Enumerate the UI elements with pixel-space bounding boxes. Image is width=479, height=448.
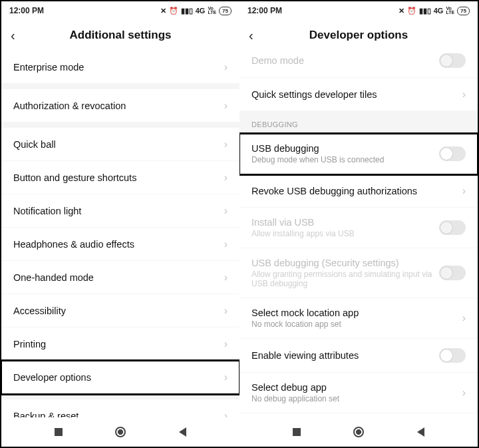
nav-back[interactable] (417, 427, 424, 437)
back-button[interactable]: ‹ (249, 28, 266, 43)
row-text: USB debugging (Security settings)Allow g… (251, 258, 434, 288)
row-label: Enterprise mode (13, 62, 219, 73)
toggle-demo-mode (439, 53, 466, 68)
row-usb-debugging-security-settings: USB debugging (Security settings)Allow g… (240, 248, 478, 298)
row-subtitle: No mock location app set (251, 320, 457, 329)
row-text: Button and gesture shortcuts (13, 172, 219, 183)
network-label: 4G (196, 7, 206, 15)
chevron-right-icon: › (462, 89, 466, 101)
chevron-right-icon: › (462, 185, 466, 197)
row-demo-mode: Demo mode (240, 51, 478, 78)
chevron-right-icon: › (224, 305, 228, 317)
row-printing[interactable]: Printing› (1, 328, 240, 361)
chevron-right-icon: › (224, 205, 228, 217)
row-select-mock-location-app[interactable]: Select mock location appNo mock location… (240, 298, 478, 339)
row-select-debug-app[interactable]: Select debug appNo debug application set… (240, 373, 478, 413)
row-label: Quick settings developer tiles (251, 89, 457, 100)
row-backup-reset[interactable]: Backup & reset› (1, 399, 240, 417)
row-text: Backup & reset (13, 411, 219, 418)
row-text: Install via USBAllow installing apps via… (251, 217, 434, 238)
back-button[interactable]: ‹ (11, 28, 28, 43)
toggle-install-via-usb (439, 220, 466, 235)
status-bar: 12:00 PM ✕ ⏰ ▮▮▯ 4G VoLTE 75 (240, 1, 478, 20)
row-notification-light[interactable]: Notification light› (1, 194, 240, 228)
row-label: Revoke USB debugging authorizations (251, 186, 457, 196)
status-time: 12:00 PM (9, 6, 44, 15)
settings-list: Demo modeQuick settings developer tiles›… (240, 51, 478, 417)
row-label: Accessibility (13, 306, 219, 316)
nav-recents[interactable] (293, 428, 301, 436)
row-quick-ball[interactable]: Quick ball› (1, 128, 240, 161)
battery-icon: 75 (219, 7, 232, 15)
section-header-debugging: DEBUGGING (240, 111, 478, 134)
row-quick-settings-developer-tiles[interactable]: Quick settings developer tiles› (240, 78, 478, 111)
row-text: Quick ball (13, 139, 219, 150)
row-text: Quick settings developer tiles (251, 89, 457, 100)
volte-label: VoLTE (208, 7, 216, 15)
row-label: Install via USB (251, 217, 434, 228)
chevron-right-icon: › (462, 312, 466, 324)
toggle-knob (440, 222, 452, 234)
phone-left: 12:00 PM ✕ ⏰ ▮▮▯ 4G VoLTE 75 ‹ Additiona… (1, 1, 240, 447)
row-text: Headphones & audio effects (13, 239, 219, 250)
settings-list: Enterprise mode›Authorization & revocati… (1, 51, 240, 417)
row-label: Button and gesture shortcuts (13, 172, 219, 183)
nav-home[interactable] (115, 427, 126, 437)
row-developer-options[interactable]: Developer options› (1, 361, 240, 394)
chevron-right-icon: › (224, 138, 228, 150)
row-label: One-handed mode (13, 272, 219, 283)
row-enable-viewing-attributes[interactable]: Enable viewing attributes (240, 339, 478, 373)
row-one-handed-mode[interactable]: One-handed mode› (1, 261, 240, 294)
status-icons: ✕ ⏰ ▮▮▯ 4G VoLTE 75 (399, 7, 470, 15)
row-subtitle: Allow installing apps via USB (251, 229, 434, 238)
row-label: Demo mode (251, 55, 434, 66)
chevron-right-icon: › (462, 387, 466, 399)
row-enterprise-mode[interactable]: Enterprise mode› (1, 51, 240, 84)
battery-icon: 75 (457, 7, 470, 15)
row-authorization-revocation[interactable]: Authorization & revocation› (1, 89, 240, 122)
row-label: Printing (13, 339, 219, 349)
toggle-knob (440, 349, 452, 361)
row-headphones-audio-effects[interactable]: Headphones & audio effects› (1, 228, 240, 261)
row-text: Revoke USB debugging authorizations (251, 186, 457, 196)
toggle-enable-viewing-attributes[interactable] (439, 348, 466, 363)
row-text: Enterprise mode (13, 62, 219, 73)
row-subtitle: Allow granting permissions and simulatin… (251, 270, 434, 288)
phone-right: 12:00 PM ✕ ⏰ ▮▮▯ 4G VoLTE 75 ‹ Developer… (240, 1, 478, 447)
header: ‹ Developer options (240, 20, 478, 51)
signal-icon: ▮▮▯ (419, 7, 431, 15)
nav-home[interactable] (353, 427, 364, 437)
row-text: Demo mode (251, 55, 434, 66)
row-subtitle: No debug application set (251, 394, 457, 403)
chevron-right-icon: › (224, 172, 228, 184)
row-label: Select debug app (251, 382, 457, 393)
nav-bar (1, 417, 240, 447)
row-text: Select debug appNo debug application set (251, 382, 457, 403)
section-gap (1, 394, 240, 399)
row-label: Enable viewing attributes (251, 350, 434, 361)
chevron-right-icon: › (224, 238, 228, 250)
row-accessibility[interactable]: Accessibility› (1, 294, 240, 328)
row-text: USB debuggingDebug mode when USB is conn… (251, 143, 434, 164)
toggle-knob (440, 267, 452, 279)
row-text: Notification light (13, 206, 219, 216)
dnd-icon: ✕ (160, 7, 166, 15)
toggle-usb-debugging[interactable] (439, 146, 466, 161)
chevron-right-icon: › (224, 100, 228, 112)
alarm-icon: ⏰ (169, 7, 178, 15)
chevron-right-icon: › (224, 410, 228, 418)
row-label: Quick ball (13, 139, 219, 150)
alarm-icon: ⏰ (407, 7, 416, 15)
row-text: One-handed mode (13, 272, 219, 283)
nav-recents[interactable] (55, 428, 63, 436)
row-text: Printing (13, 339, 219, 349)
row-usb-debugging[interactable]: USB debuggingDebug mode when USB is conn… (240, 134, 478, 174)
header: ‹ Additional settings (1, 20, 240, 51)
signal-icon: ▮▮▯ (181, 7, 193, 15)
row-button-and-gesture-shortcuts[interactable]: Button and gesture shortcuts› (1, 161, 240, 194)
nav-back[interactable] (179, 427, 186, 437)
page-title: Developer options (266, 29, 451, 42)
row-label: Select mock location app (251, 308, 457, 318)
row-label: Developer options (13, 372, 219, 383)
row-revoke-usb-debugging-authorizations[interactable]: Revoke USB debugging authorizations› (240, 174, 478, 208)
